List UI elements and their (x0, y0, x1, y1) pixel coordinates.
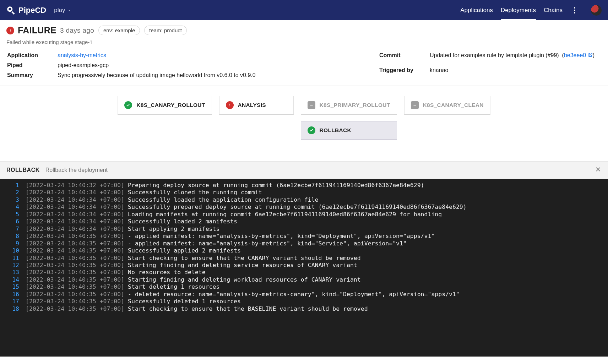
top-nav: Applications Deployments Chains (460, 0, 602, 20)
topbar: PipeCD play Applications Deployments Cha… (0, 0, 608, 20)
log-timestamp: [2022-03-24 10:40:34 +07:00] (26, 218, 128, 225)
commit-hash-link[interactable]: be3eee0 (564, 52, 593, 58)
log-line-number: 1 (6, 182, 19, 189)
log-line-body: [2022-03-24 10:40:35 +07:00] No resource… (26, 269, 206, 276)
log-line: 15[2022-03-24 10:40:35 +07:00] Start del… (0, 283, 608, 290)
meta-left: Application analysis-by-metrics Piped pi… (6, 50, 263, 81)
log-timestamp: [2022-03-24 10:40:35 +07:00] (26, 262, 128, 268)
commit-message: Updated for examples rule by template pl… (430, 52, 559, 58)
skip-icon (308, 101, 315, 109)
check-icon (308, 126, 315, 134)
stage-primary-rollout[interactable]: K8S_PRIMARY_ROLLOUT (301, 96, 397, 115)
log-line: 3[2022-03-24 10:40:34 +07:00] Successful… (0, 196, 608, 203)
log-line-body: [2022-03-24 10:40:35 +07:00] Successfull… (26, 298, 241, 305)
deployment-header: FAILURE 3 days ago env: example team: pr… (0, 20, 608, 49)
log-line: 9[2022-03-24 10:40:35 +07:00] - applied … (0, 240, 608, 247)
log-message: No resources to delete (128, 269, 206, 276)
piped-label: Piped (7, 61, 57, 70)
log-message: - deleted resource: name="analysis-by-me… (128, 291, 460, 298)
log-line: 17[2022-03-24 10:40:35 +07:00] Successfu… (0, 298, 608, 305)
summary-label: Summary (7, 71, 57, 80)
skip-icon (411, 101, 419, 109)
log-line-number: 13 (6, 269, 19, 276)
log-message: Start checking to ensure that the BASELI… (128, 305, 368, 312)
log-line-body: [2022-03-24 10:40:35 +07:00] - applied m… (26, 233, 435, 240)
piped-value: piped-examples-gcp (58, 61, 262, 70)
log-line-number: 4 (6, 203, 19, 211)
nav-deployments[interactable]: Deployments (501, 0, 536, 20)
log-line: 16[2022-03-24 10:40:35 +07:00] - deleted… (0, 291, 608, 298)
close-log-button[interactable] (595, 166, 602, 174)
log-stage-desc: Rollback the deployment (45, 167, 108, 173)
log-line: 5[2022-03-24 10:40:34 +07:00] Loading ma… (0, 211, 608, 218)
log-line-body: [2022-03-24 10:40:34 +07:00] Successfull… (26, 203, 467, 211)
status-title: FAILURE 3 days ago (6, 25, 94, 36)
log-line-body: [2022-03-24 10:40:34 +07:00] Loading man… (26, 211, 442, 218)
project-name: play (54, 7, 65, 14)
avatar[interactable] (591, 5, 602, 16)
application-link[interactable]: analysis-by-metrics (58, 52, 106, 58)
log-timestamp: [2022-03-24 10:40:35 +07:00] (26, 255, 128, 261)
log-line: 6[2022-03-24 10:40:34 +07:00] Successful… (0, 218, 608, 225)
chip-env[interactable]: env: example (98, 26, 140, 35)
log-message: Successfully applied 2 manifests (128, 247, 241, 254)
log-console: 1[2022-03-24 10:40:32 +07:00] Preparing … (0, 179, 608, 357)
log-timestamp: [2022-03-24 10:40:32 +07:00] (26, 182, 128, 189)
stage-canary-clean[interactable]: K8S_CANARY_CLEAN (404, 96, 490, 115)
log-line-body: [2022-03-24 10:40:35 +07:00] Starting fi… (26, 262, 357, 269)
log-message: Successfully deleted 1 resources (128, 298, 241, 305)
log-line-number: 8 (6, 233, 19, 240)
log-line-number: 11 (6, 255, 19, 262)
log-header: ROLLBACK Rollback the deployment (0, 161, 608, 179)
log-timestamp: [2022-03-24 10:40:34 +07:00] (26, 196, 128, 203)
application-label: Application (7, 51, 57, 60)
commit-label: Commit (379, 51, 429, 65)
log-message: Successfully loaded 2 manifests (128, 218, 237, 225)
stage-label: K8S_PRIMARY_ROLLOUT (320, 102, 390, 108)
stage-canary-rollout[interactable]: K8S_CANARY_ROLLOUT (118, 96, 212, 115)
external-link-icon (588, 52, 593, 58)
check-icon (124, 101, 132, 109)
log-line: 14[2022-03-24 10:40:35 +07:00] Starting … (0, 276, 608, 283)
log-message: Start applying 2 manifests (128, 226, 219, 232)
log-timestamp: [2022-03-24 10:40:35 +07:00] (26, 269, 128, 276)
log-line-number: 6 (6, 218, 19, 225)
log-line: 1[2022-03-24 10:40:32 +07:00] Preparing … (0, 182, 608, 189)
meta-right: Commit Updated for examples rule by temp… (379, 50, 602, 81)
log-line: 11[2022-03-24 10:40:35 +07:00] Start che… (0, 255, 608, 262)
nav-chains[interactable]: Chains (544, 0, 563, 20)
log-message: Start deleting 1 resources (128, 283, 219, 290)
failure-reason: Failed while executing stage stage-1 (6, 39, 602, 45)
overflow-menu-icon[interactable] (570, 6, 579, 15)
chip-team[interactable]: team: product (144, 26, 187, 35)
log-line: 10[2022-03-24 10:40:35 +07:00] Successfu… (0, 247, 608, 254)
deployment-meta: Application analysis-by-metrics Piped pi… (0, 49, 608, 86)
log-line-body: [2022-03-24 10:40:35 +07:00] Start check… (26, 305, 368, 313)
log-line-body: [2022-03-24 10:40:35 +07:00] Start delet… (26, 283, 219, 290)
log-line-number: 17 (6, 298, 19, 305)
project-selector[interactable]: play (54, 7, 71, 14)
log-line-number: 16 (6, 291, 19, 298)
log-line-number: 7 (6, 226, 19, 233)
failure-icon (6, 27, 14, 34)
stage-label: K8S_CANARY_ROLLOUT (136, 102, 205, 108)
brand-logo[interactable]: PipeCD (6, 6, 46, 15)
stage-rollback[interactable]: ROLLBACK (301, 121, 397, 140)
log-timestamp: [2022-03-24 10:40:35 +07:00] (26, 247, 128, 254)
log-message: Loading manifests at running commit 6ae1… (128, 211, 442, 218)
log-line-number: 5 (6, 211, 19, 218)
log-timestamp: [2022-03-24 10:40:34 +07:00] (26, 211, 128, 218)
log-line-body: [2022-03-24 10:40:34 +07:00] Start apply… (26, 226, 219, 233)
nav-applications[interactable]: Applications (460, 0, 493, 20)
stage-analysis[interactable]: ANALYSIS (219, 96, 294, 115)
log-line-body: [2022-03-24 10:40:34 +07:00] Successfull… (26, 196, 319, 203)
log-message: Preparing deploy source at running commi… (128, 182, 424, 189)
stage-label: ROLLBACK (320, 127, 351, 134)
log-message: Starting finding and deleting service re… (128, 262, 357, 268)
log-message: - applied manifest: name="analysis-by-me… (128, 233, 435, 239)
log-timestamp: [2022-03-24 10:40:35 +07:00] (26, 291, 128, 298)
log-line-number: 14 (6, 276, 19, 283)
log-timestamp: [2022-03-24 10:40:35 +07:00] (26, 233, 128, 239)
svg-rect-3 (413, 105, 416, 105)
brand-text: PipeCD (18, 6, 46, 15)
